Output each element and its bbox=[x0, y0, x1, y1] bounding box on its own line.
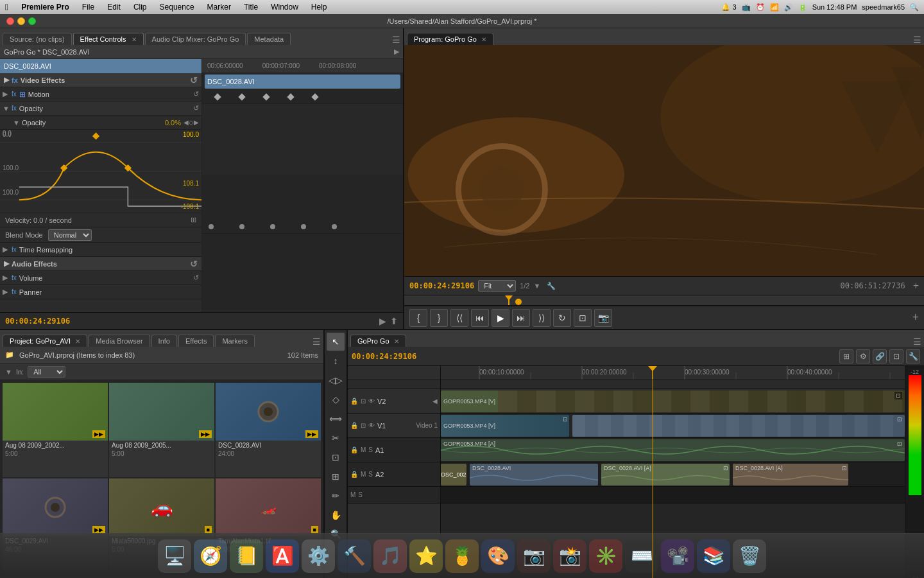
mark-out-btn[interactable]: } bbox=[430, 309, 448, 327]
quality-dropdown[interactable]: ▼ bbox=[533, 282, 540, 290]
project-item-0[interactable]: ▶▶ Aug 08 2009_2002... 5:00 bbox=[3, 383, 108, 477]
app-name-menu[interactable]: Premiere Pro bbox=[19, 3, 72, 12]
tl-settings-btn[interactable]: ⚙ bbox=[856, 349, 870, 363]
v2-eye-icon[interactable]: 👁 bbox=[368, 398, 375, 405]
apple-menu[interactable]:  bbox=[5, 2, 8, 12]
dock-font-book[interactable]: 📚 bbox=[697, 539, 730, 573]
close-timeline-tab[interactable]: ✕ bbox=[394, 338, 399, 345]
tool-rolling[interactable]: ◇ bbox=[327, 390, 345, 408]
dock-xcode[interactable]: 🔨 bbox=[338, 539, 371, 573]
timeline-ruler[interactable]: 00:00:10:00000 00:00:20:00000 00:00:30:0… bbox=[441, 366, 905, 380]
go-to-in-btn[interactable]: ⟨⟨ bbox=[450, 309, 468, 327]
panel-menu-btn[interactable]: ☰ bbox=[392, 35, 400, 45]
dock-pineapple[interactable]: ⭐ bbox=[409, 539, 443, 573]
file-menu[interactable]: File bbox=[80, 3, 97, 12]
video-effects-header[interactable]: ▶ fx Video Effects ↺ bbox=[0, 73, 201, 87]
tab-markers[interactable]: Markers bbox=[215, 335, 255, 347]
v1-lock-icon[interactable]: 🔒 bbox=[350, 422, 358, 429]
step-fwd-btn[interactable]: ⏭ bbox=[512, 309, 530, 327]
dock-premiere[interactable]: 📽️ bbox=[661, 539, 694, 573]
safe-margin-btn[interactable]: ⊡ bbox=[574, 309, 592, 327]
tab-media-browser[interactable]: Media Browser bbox=[89, 335, 150, 347]
dock-trash[interactable]: 🗑️ bbox=[733, 539, 766, 573]
tool-slide[interactable]: ⊞ bbox=[327, 468, 345, 486]
v2-sync-icon[interactable]: ⊡ bbox=[361, 398, 366, 405]
tab-program-gopro[interactable]: Program: GoPro Go ✕ bbox=[407, 33, 493, 45]
tool-pen[interactable]: ✏ bbox=[327, 487, 345, 505]
tab-info[interactable]: Info bbox=[151, 335, 177, 347]
dock-photoshop[interactable]: 🎨 bbox=[481, 539, 515, 573]
extra-track-mute[interactable]: M bbox=[350, 491, 355, 498]
a1-solo-btn[interactable]: S bbox=[368, 446, 373, 453]
close-project-tab[interactable]: ✕ bbox=[75, 338, 80, 345]
fx-export-btn[interactable]: ⬆ bbox=[390, 316, 398, 326]
marker-menu[interactable]: Marker bbox=[205, 3, 234, 12]
dock-system-prefs[interactable]: ⚙️ bbox=[302, 539, 335, 573]
motion-expand[interactable]: ▶ bbox=[3, 90, 12, 98]
blend-mode-select[interactable]: Normal Multiply Screen Overlay bbox=[48, 229, 92, 241]
motion-reset[interactable]: ↺ bbox=[193, 90, 199, 98]
opacity-nav-left[interactable]: ◀ bbox=[184, 119, 189, 126]
dock-photobooth[interactable]: 📸 bbox=[553, 539, 586, 573]
go-to-out-btn[interactable]: ⟩⟩ bbox=[533, 309, 551, 327]
dock-contacts[interactable]: 📒 bbox=[230, 539, 263, 573]
search-icon[interactable]: 🔍 bbox=[910, 3, 919, 12]
tl-wrench-btn[interactable]: 🔧 bbox=[906, 349, 920, 363]
dock-itunes[interactable]: 🎵 bbox=[373, 539, 407, 573]
audio-effects-header[interactable]: ▶ Audio Effects ↺ bbox=[0, 257, 201, 271]
a1-lock-icon[interactable]: 🔒 bbox=[350, 446, 358, 453]
source-arrow[interactable]: ▶ bbox=[394, 48, 399, 56]
project-panel-menu[interactable]: ☰ bbox=[312, 337, 321, 347]
tab-effect-controls[interactable]: Effect Controls ✕ bbox=[73, 33, 144, 45]
close-program-tab[interactable]: ✕ bbox=[481, 36, 486, 43]
v1-eye-icon[interactable]: 👁 bbox=[368, 422, 375, 429]
title-menu[interactable]: Title bbox=[241, 3, 261, 12]
help-menu[interactable]: Help bbox=[309, 3, 330, 12]
video-effects-reset[interactable]: ↺ bbox=[190, 75, 198, 85]
minimize-button[interactable] bbox=[17, 17, 25, 25]
dock-flash[interactable]: ✳️ bbox=[589, 539, 622, 573]
project-item-1[interactable]: ▶▶ Aug 08 2009_2005... 5:00 bbox=[109, 383, 214, 477]
time-remap-expand[interactable]: ▶ bbox=[3, 245, 12, 254]
tl-link-btn[interactable]: 🔗 bbox=[873, 349, 887, 363]
loop-btn[interactable]: ↻ bbox=[553, 309, 571, 327]
tool-track-select[interactable]: ↕ bbox=[327, 352, 345, 370]
tool-selection[interactable]: ↖ bbox=[327, 333, 345, 351]
timeline-panel-menu[interactable]: ☰ bbox=[913, 337, 921, 347]
mark-in-btn[interactable]: { bbox=[409, 309, 427, 327]
project-item-2[interactable]: ▶▶ DSC_0028.AVI 24:00 bbox=[216, 383, 321, 477]
tl-snap-btn[interactable]: ⊡ bbox=[889, 349, 903, 363]
a2-mute-btn[interactable]: M bbox=[361, 471, 366, 478]
v1-sync-icon[interactable]: ⊡ bbox=[361, 422, 366, 429]
clip-menu[interactable]: Clip bbox=[131, 3, 150, 12]
dock-appstore[interactable]: 🅰️ bbox=[266, 539, 299, 573]
volume-reset[interactable]: ↺ bbox=[193, 274, 199, 282]
add-button[interactable]: + bbox=[912, 311, 919, 324]
opacity-reset[interactable]: ↺ bbox=[193, 104, 199, 112]
opacity-nav-right[interactable]: ▶ bbox=[194, 119, 199, 126]
video-effects-expand[interactable]: ▶ bbox=[4, 76, 9, 84]
volume-expand[interactable]: ▶ bbox=[3, 274, 12, 282]
tab-metadata[interactable]: Metadata bbox=[247, 33, 291, 45]
tool-slip[interactable]: ⊡ bbox=[327, 448, 345, 466]
v2-collapse-btn[interactable]: ◀ bbox=[432, 398, 438, 405]
add-marker-btn[interactable]: + bbox=[913, 280, 919, 292]
edit-menu[interactable]: Edit bbox=[105, 3, 123, 12]
tab-source[interactable]: Source: (no clips) bbox=[3, 33, 72, 45]
close-button[interactable] bbox=[6, 17, 14, 25]
dock-flux2[interactable]: 🍍 bbox=[445, 539, 479, 573]
dock-safari[interactable]: 🧭 bbox=[194, 539, 227, 573]
v2-lock-icon[interactable]: 🔒 bbox=[350, 398, 358, 405]
export-frame-btn[interactable]: 📷 bbox=[594, 309, 612, 327]
dock-camera-raw[interactable]: 📷 bbox=[517, 539, 551, 573]
opacity-sub-expand[interactable]: ▼ bbox=[13, 119, 22, 127]
tool-hand[interactable]: ✋ bbox=[327, 506, 345, 524]
tl-add-tracks-btn[interactable]: ⊞ bbox=[839, 349, 853, 363]
tab-project-gopro[interactable]: Project: GoPro_AVI ✕ bbox=[3, 335, 87, 347]
tool-ripple[interactable]: ◁▷ bbox=[327, 371, 345, 389]
tool-rate-stretch[interactable]: ⟺ bbox=[327, 410, 345, 428]
play-stop-btn[interactable]: ▶ bbox=[492, 309, 509, 327]
dock-terminal[interactable]: ⌨️ bbox=[625, 539, 658, 573]
maximize-button[interactable] bbox=[28, 17, 36, 25]
close-effect-controls-tab[interactable]: ✕ bbox=[132, 36, 137, 43]
